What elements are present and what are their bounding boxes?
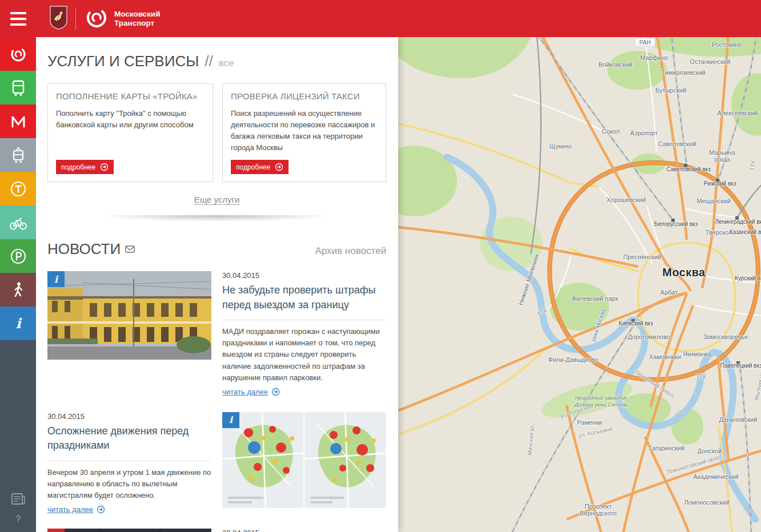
map-label: Пресненский <box>623 253 662 260</box>
map-label: Мещанский <box>696 198 730 204</box>
map-label: Арбат <box>660 289 678 296</box>
metro-m-icon <box>9 112 28 131</box>
service-cards: ПОПОЛНЕНИЕ КАРТЫ «ТРОЙКА» Пополнить карт… <box>47 83 386 182</box>
news-item-title[interactable]: Не забудьте проверить штрафы перед выезд… <box>222 283 386 320</box>
sidebar-tile-info[interactable]: i <box>0 307 36 340</box>
news-image-building[interactable]: i <box>47 271 211 397</box>
sidebar-tile-taxi[interactable] <box>0 172 36 205</box>
sidebar-tile-parking[interactable] <box>0 239 36 273</box>
sidebar-tile-metro[interactable] <box>0 104 36 138</box>
service-card-title: ПРОВЕРКА ЛИЦЕНЗИЙ ТАКСИ <box>231 91 378 101</box>
map-label: Ломоносовский просп. <box>666 453 725 475</box>
sidebar-tile-pedestrian[interactable] <box>0 273 36 307</box>
map-label: Фили-Давыдково <box>548 356 598 363</box>
news-item: i 30.04.2015 Не забудьте проверить штраф… <box>47 271 386 397</box>
details-button[interactable]: подробнее <box>231 160 289 174</box>
map-label: Тверской <box>706 229 732 236</box>
svg-text:i: i <box>15 315 22 332</box>
map-label: Дорогомилово <box>628 333 670 340</box>
map-label: Хорошевский <box>607 196 646 203</box>
sidebar-tile-bike[interactable] <box>0 205 36 239</box>
map-label: река Москва <box>590 309 606 342</box>
map-label: ТТК <box>749 160 756 171</box>
arrow-circle-icon <box>100 163 109 171</box>
help-button[interactable]: ? <box>15 514 21 525</box>
service-card-taxi-license[interactable]: ПРОВЕРКА ЛИЦЕНЗИЙ ТАКСИ Поиск разрешений… <box>222 83 386 182</box>
map-label: Марфино <box>640 54 668 61</box>
news-text: 30.04.2015 Не забудьте проверить штрафы … <box>222 271 386 397</box>
map-label: Донской <box>698 448 722 454</box>
news-date: 30.04.2015 <box>222 271 386 280</box>
header: Московский Транспорт <box>0 0 761 37</box>
bus-icon <box>9 79 27 97</box>
map-label: Гагаринский <box>649 445 684 452</box>
tram-icon <box>9 146 27 164</box>
map-label: Проспект Вернадского <box>575 503 622 517</box>
news-date: 30.04.2015 <box>222 529 386 532</box>
arrow-circle-icon <box>97 505 105 514</box>
news-image-trolleybus[interactable] <box>47 529 211 532</box>
map-label: ТТК <box>536 307 548 318</box>
city-map[interactable]: МоскваРАНРостокиноМарфиноОстанкинскийВой… <box>398 37 761 532</box>
details-button-label: подробнее <box>236 163 270 171</box>
news-archive-link[interactable]: Архив новостей <box>315 245 386 257</box>
map-label: Раменки <box>577 419 602 426</box>
hamburger-icon <box>10 23 26 26</box>
sidebar-tile-tram[interactable] <box>0 138 36 172</box>
menu-button[interactable] <box>0 0 36 37</box>
moscow-transport-roundel-icon[interactable] <box>84 5 109 33</box>
map-label: Даниловский <box>719 416 758 423</box>
news-item-title[interactable]: Осложнение движения перед праздниками <box>47 424 211 461</box>
map-label: природный заказник Долина реки Сетунь <box>574 394 628 408</box>
brand-name[interactable]: Московский Транспорт <box>114 10 160 28</box>
map-label: Замоскворечье <box>703 333 748 340</box>
map-label: Якиманка <box>683 350 711 357</box>
map-label: Ленинский просп. <box>634 369 677 400</box>
map-label: Хамовники <box>649 353 681 360</box>
read-more-label: читать далее <box>222 388 268 396</box>
news-body: Вечером 30 апреля и утром 1 мая движение… <box>47 467 211 501</box>
sidebar-tile-transport-logo[interactable] <box>0 37 36 71</box>
transport-logo-badge <box>47 529 65 532</box>
map-label: ТТК <box>696 374 706 380</box>
map-label: Киевский вкз <box>619 320 653 327</box>
map-label: Савеловский <box>658 140 696 147</box>
news-title: НОВОСТИ <box>47 240 121 258</box>
brand-line1: Московский <box>114 10 160 19</box>
news-image-traffic-maps[interactable]: i <box>222 412 386 508</box>
more-services-link[interactable]: Еще услуги <box>194 195 240 205</box>
map-label: Савеловский вкз <box>666 166 711 172</box>
service-card-troika[interactable]: ПОПОЛНЕНИЕ КАРТЫ «ТРОЙКА» Пополнить карт… <box>47 83 213 182</box>
map-label: Ломоносовский <box>684 499 729 506</box>
details-button-label: подробнее <box>61 163 95 171</box>
arrow-circle-icon <box>271 388 280 396</box>
map-label: Казанский вкз <box>730 229 761 235</box>
map-label: Сокол <box>602 128 619 135</box>
read-more-link[interactable]: читать далее <box>222 388 280 396</box>
info-badge: i <box>222 412 239 428</box>
details-button[interactable]: подробнее <box>56 160 114 174</box>
main-panel: УСЛУГИ И СЕРВИСЫ // все ПОПОЛНЕНИЕ КАРТЫ… <box>36 37 398 532</box>
map-label: Останкинский <box>690 58 731 65</box>
newspaper-icon[interactable] <box>11 492 26 506</box>
info-badge: i <box>47 271 65 287</box>
section-divider-shadow <box>47 215 386 224</box>
news-text: 30.04.2015 Осложнение движения перед пра… <box>47 412 211 515</box>
services-all-link[interactable]: все <box>219 58 234 69</box>
map-label: Тимирязевский <box>661 69 705 76</box>
read-more-link[interactable]: читать далее <box>47 505 105 514</box>
map-label: Бутырский <box>655 87 686 94</box>
sidebar: i ? <box>0 37 36 532</box>
moscow-coat-of-arms-icon[interactable] <box>50 6 67 32</box>
service-card-title: ПОПОЛНЕНИЕ КАРТЫ «ТРОЙКА» <box>56 91 205 101</box>
envelope-icon[interactable] <box>125 245 135 253</box>
hamburger-icon <box>10 12 26 14</box>
moscow-transport-portal: Московский Транспорт <box>0 0 761 532</box>
pedestrian-icon <box>10 281 27 299</box>
sidebar-tile-bus[interactable] <box>0 71 36 104</box>
map-label: Филевский парк <box>571 295 618 302</box>
map-label: Щукино <box>549 143 571 150</box>
map-label: Аэропорт <box>630 130 658 136</box>
map-labels: МоскваРАНРостокиноМарфиноОстанкинскийВой… <box>398 37 761 532</box>
service-card-body: Пополнить карту "Тройка" с помощью банко… <box>56 108 205 131</box>
